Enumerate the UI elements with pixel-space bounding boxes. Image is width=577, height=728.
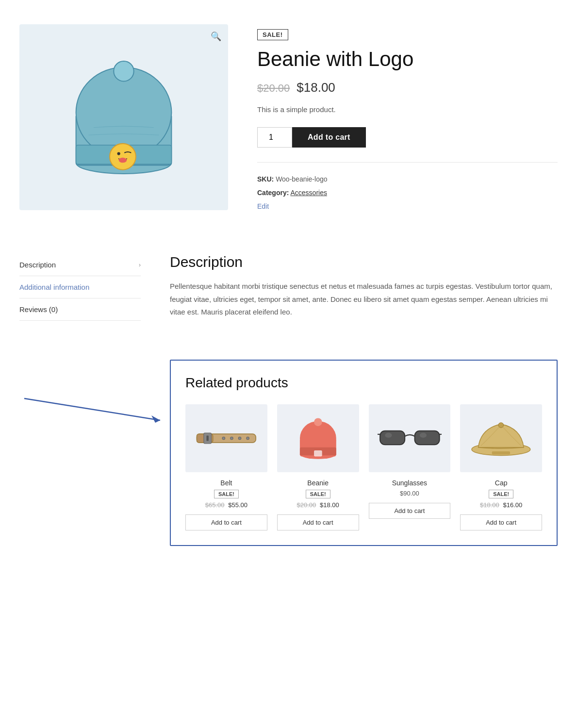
beanie-name: Beanie [307,479,329,487]
related-products-grid: Belt SALE! $65.00 $55.00 Add to cart [185,404,542,530]
svg-rect-24 [380,431,405,445]
belt-pricing: $65.00 $55.00 [205,501,247,509]
belt-sale-price: $55.00 [228,501,247,509]
svg-point-29 [419,433,426,438]
sunglasses-add-to-cart-button[interactable]: Add to cart [369,503,451,519]
category-row: Category: Accessories [257,186,558,199]
beanie-original-price: $20.00 [297,501,316,509]
add-to-cart-button[interactable]: Add to cart [292,127,366,148]
sunglasses-image[interactable] [369,404,451,472]
svg-point-28 [385,433,392,438]
tab-content-area: Description Pellentesque habitant morbi … [170,254,558,321]
tab-content-title: Description [170,254,558,270]
related-product-sunglasses: Sunglasses $90.00 Add to cart [369,404,451,530]
chevron-right-icon: › [139,262,141,268]
sku-value: Woo-beanie-logo [276,175,327,183]
svg-point-6 [117,152,120,155]
tab-reviews[interactable]: Reviews (0) [19,298,141,321]
svg-point-16 [238,437,241,440]
beanie-add-to-cart-button[interactable]: Add to cart [277,514,359,530]
sku-row: SKU: Woo-beanie-logo [257,172,558,186]
beanie-related-image[interactable] [277,404,359,472]
zoom-icon[interactable]: 🔍 [211,31,221,42]
svg-point-7 [119,158,127,163]
cap-add-to-cart-button[interactable]: Add to cart [460,514,542,530]
sunglasses-svg [378,413,442,463]
product-title: Beanie with Logo [257,47,558,71]
related-product-beanie: Beanie SALE! $20.00 $18.00 Add to cart [277,404,359,530]
tab-content-body: Pellentesque habitant morbi tristique se… [170,280,558,318]
product-image-container: 🔍 [19,24,228,210]
tabs-section: Description › Additional information Rev… [19,239,558,350]
product-details: SALE! Beanie with Logo $20.00 $18.00 Thi… [257,24,558,210]
product-section: 🔍 [19,10,558,239]
related-product-belt: Belt SALE! $65.00 $55.00 Add to cart [185,404,267,530]
svg-rect-13 [206,436,208,441]
sale-badge: SALE! [257,29,288,40]
tab-description[interactable]: Description › [19,254,141,276]
svg-point-22 [314,418,322,427]
cap-svg [469,413,533,463]
beanie-pricing: $20.00 $18.00 [297,501,339,509]
svg-point-15 [231,437,233,440]
arrow-annotation [19,389,170,429]
product-meta: SKU: Woo-beanie-logo Category: Accessori… [257,162,558,199]
svg-rect-32 [492,451,510,454]
cap-pricing: $18.00 $16.00 [480,501,522,509]
belt-add-to-cart-button[interactable]: Add to cart [185,514,267,530]
cap-sale-badge: SALE! [489,490,513,498]
product-image [53,45,194,190]
svg-rect-25 [414,431,439,445]
annotation-arrow [19,389,170,428]
cap-name: Cap [495,479,508,487]
cap-original-price: $18.00 [480,501,499,509]
svg-point-17 [247,437,249,440]
add-to-cart-row: Add to cart [257,127,558,148]
related-products-box: Related products [170,360,558,546]
tabs-sidebar: Description › Additional information Rev… [19,254,141,321]
svg-point-4 [114,61,133,81]
sku-label: SKU: [257,175,274,183]
sunglasses-pricing: $90.00 [400,490,419,497]
related-section: Related products [19,350,558,575]
cap-image[interactable] [460,404,542,472]
beanie-related-svg [286,413,350,463]
original-price: $20.00 [257,82,290,95]
beanie-sale-badge: SALE! [306,490,330,498]
belt-sale-badge: SALE! [214,490,239,498]
related-product-cap: Cap SALE! $18.00 $16.00 Add to cart [460,404,542,530]
sale-price: $18.00 [297,80,335,95]
belt-original-price: $65.00 [205,501,225,509]
related-products-title: Related products [185,375,542,391]
product-pricing: $20.00 $18.00 [257,80,558,95]
svg-point-5 [110,144,136,170]
belt-image[interactable] [185,404,267,472]
belt-name: Belt [220,479,232,487]
svg-rect-23 [314,450,322,456]
edit-link[interactable]: Edit [257,202,558,210]
sunglasses-price: $90.00 [400,490,419,497]
category-link[interactable]: Accessories [290,189,327,197]
belt-svg [194,413,259,463]
sunglasses-name: Sunglasses [392,479,427,487]
category-label: Category: [257,189,289,197]
quantity-input[interactable] [257,127,292,148]
beanie-sale-price: $18.00 [320,501,339,509]
svg-line-8 [24,398,160,420]
product-short-description: This is a simple product. [257,104,558,116]
tab-additional-information[interactable]: Additional information [19,276,141,298]
cap-sale-price: $16.00 [503,501,522,509]
svg-point-14 [222,437,225,440]
